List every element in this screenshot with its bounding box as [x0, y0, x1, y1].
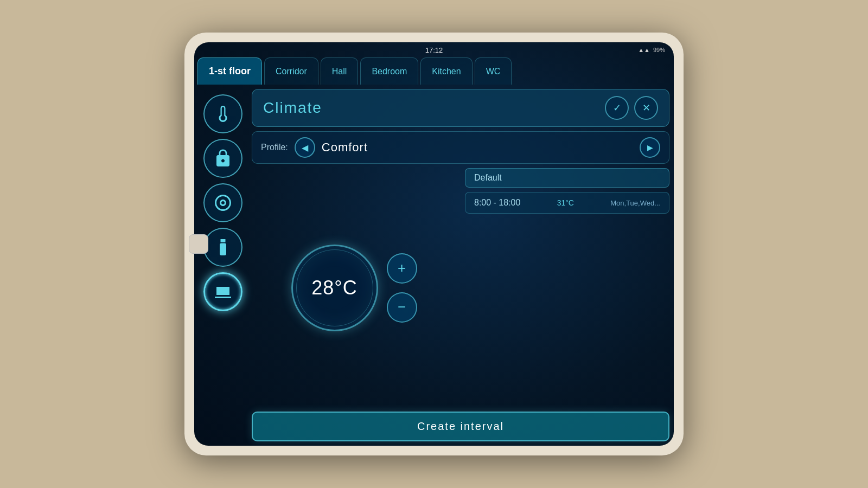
plus-icon: +: [398, 260, 406, 277]
temp-increase-button[interactable]: +: [387, 253, 417, 284]
create-interval-label: Create interval: [417, 420, 504, 432]
svg-rect-3: [221, 248, 225, 249]
sidebar: [199, 89, 247, 441]
profile-next-button[interactable]: ▶: [640, 137, 660, 158]
minus-icon: −: [398, 299, 406, 316]
next-arrow-icon: ▶: [647, 143, 653, 152]
target-icon: [213, 193, 233, 213]
bottom-section: Create interval: [252, 412, 669, 441]
sidebar-screen-button[interactable]: [203, 272, 242, 311]
main-content: Climate ✓ ✕ Profile: ◀: [194, 85, 674, 446]
profile-row: Profile: ◀ Comfort ▶: [252, 131, 669, 164]
temperature-dial: 28°C: [291, 245, 378, 331]
panel-title: Climate: [263, 99, 322, 117]
header-actions: ✓ ✕: [605, 96, 658, 120]
temperature-section: 28°C + −: [252, 168, 456, 407]
climate-area: 28°C + −: [252, 168, 669, 407]
battery-icon: 99%: [653, 47, 665, 53]
sidebar-target-button[interactable]: [203, 183, 242, 222]
tab-kitchen[interactable]: Kitchen: [420, 57, 472, 85]
status-bar: 17:12 ▲▲ 99%: [194, 42, 674, 57]
tab-bedroom[interactable]: Bedroom: [360, 57, 418, 85]
right-panel: Climate ✓ ✕ Profile: ◀: [252, 89, 669, 441]
thermometer-icon: [213, 104, 233, 124]
status-time: 17:12: [425, 46, 443, 54]
sidebar-thermometer-button[interactable]: [203, 94, 242, 133]
wifi-icon: ▲▲: [638, 47, 650, 53]
confirm-button[interactable]: ✓: [605, 96, 629, 120]
sidebar-lock-button[interactable]: [203, 139, 242, 178]
tab-hall[interactable]: Hall: [321, 57, 359, 85]
temp-decrease-button[interactable]: −: [387, 292, 417, 323]
schedule-days: Mon,Tue,Wed...: [610, 199, 660, 207]
tab-wc[interactable]: WC: [475, 57, 512, 85]
profile-name-area: Comfort ▶: [322, 137, 660, 158]
tablet-home-button[interactable]: [189, 234, 208, 254]
tablet-screen: 17:12 ▲▲ 99% 1-st floor Corridor Hall Be…: [194, 42, 674, 446]
lock-icon: [213, 149, 233, 168]
create-interval-button[interactable]: Create interval: [252, 412, 669, 441]
schedule-section: Default 8:00 - 18:00 31°C Mon,Tue,Wed...: [465, 168, 669, 407]
status-icons: ▲▲ 99%: [638, 47, 665, 53]
screen-icon: [213, 282, 233, 301]
svg-rect-0: [220, 243, 226, 256]
tab-1st-floor[interactable]: 1-st floor: [197, 57, 262, 85]
profile-prev-button[interactable]: ◀: [295, 137, 315, 158]
schedule-item: 8:00 - 18:00 31°C Mon,Tue,Wed...: [465, 192, 669, 214]
svg-point-1: [222, 250, 225, 253]
panel-header: Climate ✓ ✕: [252, 89, 669, 127]
close-icon: ✕: [642, 102, 650, 114]
sidebar-remote-button[interactable]: [203, 228, 242, 267]
schedule-time: 8:00 - 18:00: [474, 198, 520, 208]
tab-corridor[interactable]: Corridor: [264, 57, 318, 85]
svg-rect-2: [221, 246, 225, 247]
temp-controls: + −: [387, 253, 417, 323]
tab-bar: 1-st floor Corridor Hall Bedroom Kitchen…: [194, 57, 674, 85]
profile-name: Comfort: [322, 140, 368, 155]
close-button[interactable]: ✕: [634, 96, 658, 120]
schedule-header: Default: [465, 168, 669, 188]
tablet-frame: 17:12 ▲▲ 99% 1-st floor Corridor Hall Be…: [184, 33, 684, 455]
check-icon: ✓: [613, 102, 621, 114]
schedule-temp: 31°C: [557, 198, 574, 207]
remote-icon: [213, 237, 233, 257]
temperature-value: 28°C: [311, 277, 357, 299]
temp-control-row: 28°C + −: [291, 245, 417, 331]
prev-arrow-icon: ◀: [302, 143, 308, 153]
profile-label: Profile:: [261, 143, 288, 152]
